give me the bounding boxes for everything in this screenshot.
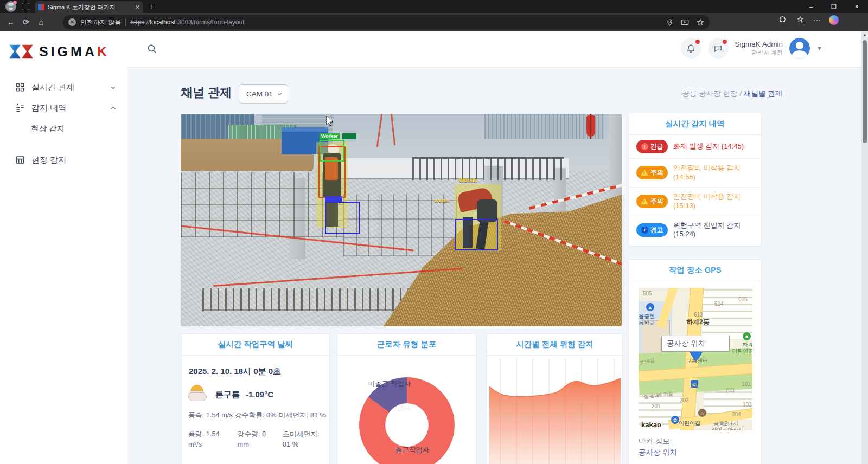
refresh-button[interactable]: ⟳ — [18, 17, 34, 27]
url-sep-text: :// — [144, 18, 150, 26]
map-label: 613 — [694, 312, 703, 318]
map-label-town: 하계2동 — [686, 318, 710, 327]
sidebar-item-site-detection[interactable]: 현장 감지 — [0, 150, 127, 170]
weather-card: 실시간 작업구역 날씨 2025. 2. 10. 18시 0분 0초 튼구름 -… — [181, 333, 330, 464]
camera-select[interactable]: CAM 01 — [239, 84, 288, 104]
page-scrollbar[interactable]: ▲ — [861, 31, 868, 464]
tab-actions-icon[interactable] — [22, 3, 29, 10]
building — [484, 114, 604, 139]
tab-close-icon[interactable]: ✕ — [135, 4, 140, 11]
browser-profile-avatar[interactable] — [5, 1, 16, 12]
alert-row[interactable]: 주의 안전장비 미착용 감지 (15:13) — [629, 188, 761, 216]
alert-badge-urgent: !긴급 — [636, 140, 668, 153]
tab-favicon-icon — [38, 4, 44, 10]
scrollbar-thumb[interactable] — [863, 40, 867, 143]
media-controls-icon[interactable] — [681, 19, 689, 26]
browser-toolbar: ← ⟳ ⌂ ✕ 안전하지 않음 https://localhost:3003/f… — [0, 13, 868, 31]
screen: Sigma K 초기창업 패키지 ✕ + – ❐ ✕ ← ⟳ ⌂ ✕ 안전하지 … — [0, 0, 868, 464]
alert-row[interactable]: !긴급 화재 발생 감지 (14:45) — [629, 135, 761, 159]
bell-icon — [686, 44, 695, 53]
warning-triangle-icon — [641, 170, 648, 176]
chevron-down-icon — [277, 91, 283, 97]
sidebar-item-detection-history[interactable]: 감지 내역 — [0, 98, 127, 118]
hourly-risk-card: 시간별 전체 위험 감지 — [487, 333, 623, 464]
chat-icon — [713, 44, 723, 53]
collections-icon[interactable] — [796, 16, 805, 24]
detection-box-blue — [325, 202, 360, 234]
chevron-down-icon — [110, 84, 117, 91]
map-marker-tooltip: 공사장 위치 — [661, 336, 730, 352]
tab-title: Sigma K 초기창업 패키지 — [48, 3, 132, 11]
sidebar-nav: 실시간 관제 감지 내역 현장 감지 현장 감지 — [0, 77, 127, 170]
donut-value-label: 15% — [397, 405, 410, 413]
map-label: 204 — [732, 411, 741, 417]
detection-label-secondary — [342, 133, 356, 139]
alert-badge-caution: 주의 — [636, 195, 668, 208]
browser-tab[interactable]: Sigma K 초기창업 패키지 ✕ — [35, 1, 143, 13]
favorite-star-icon[interactable] — [697, 18, 704, 26]
realtime-alerts-card: 실시간 감지 내역 !긴급 화재 발생 감지 (14:45) 주의 안전장비 미… — [628, 113, 762, 247]
window-minimize-button[interactable]: – — [800, 0, 822, 13]
detection-label-secondary — [325, 196, 342, 202]
kakao-logo[interactable]: kakao — [641, 421, 661, 429]
url-bar[interactable]: ✕ 안전하지 않음 https://localhost:3003/forms/f… — [63, 15, 710, 29]
alert-row[interactable]: i경고 위험구역 진입자 감지 (15:24) — [629, 216, 761, 245]
copilot-icon[interactable] — [829, 15, 839, 25]
message-badge-dot — [723, 40, 727, 44]
search-icon[interactable] — [147, 44, 157, 54]
marker-info-value[interactable]: 공사장 위치 — [639, 448, 677, 457]
user-menu-chevron-down-icon[interactable]: ▼ — [816, 45, 822, 51]
crane-hook — [586, 115, 595, 137]
map-label: 203 — [725, 388, 735, 394]
messages-button[interactable] — [708, 38, 729, 59]
home-button[interactable]: ⌂ — [34, 17, 49, 27]
window-close-button[interactable]: ✕ — [845, 0, 868, 13]
school-icon: ▲ — [646, 303, 654, 311]
table-icon — [15, 155, 25, 165]
sidebar-item-realtime-control[interactable]: 실시간 관제 — [0, 77, 127, 98]
weather-datetime: 2025. 2. 10. 18시 0분 0초 — [189, 366, 281, 377]
weather-temperature: -1.09°C — [246, 390, 273, 399]
notifications-button[interactable] — [681, 38, 701, 59]
alert-row[interactable]: 주의 안전장비 미착용 감지 (14:55) — [629, 159, 761, 188]
window-restore-button[interactable]: ❐ — [822, 0, 845, 13]
back-button[interactable]: ← — [3, 17, 18, 27]
weather-condition: 튼구름 — [215, 390, 240, 400]
bus-stop-icon: 🚌 — [691, 380, 698, 388]
sigmak-logo-icon — [9, 42, 34, 61]
detection-label: Worker — [435, 198, 449, 203]
map-label: 505 — [643, 291, 652, 297]
weather-metric: 미세먼지: 81 % — [279, 411, 326, 420]
dashboard-grid-icon — [15, 82, 25, 92]
info-circle-icon: i — [641, 227, 648, 234]
detection-label: Worker — [459, 177, 477, 183]
breadcrumb-current[interactable]: 채널별 관제 — [744, 89, 782, 98]
sidebar-item-label: 실시간 관제 — [31, 82, 103, 93]
breadcrumb-parent[interactable]: 공릉 공사장 현장 — [682, 89, 737, 98]
detection-label: Worker — [320, 133, 340, 139]
scrollbar-up-arrow[interactable]: ▲ — [863, 33, 867, 38]
donut-value-label: 85% — [405, 421, 419, 429]
weather-metric: 풍속: 1.54 m/s — [188, 411, 233, 420]
user-name: SigmaK Admin — [735, 40, 783, 49]
rebar-railing — [412, 157, 564, 180]
brand-name: SIGMAK — [39, 44, 110, 60]
weather-metric: 강수량: 0 mm — [238, 429, 273, 449]
user-avatar[interactable] — [789, 38, 810, 59]
brand-logo[interactable]: SIGMAK — [9, 42, 110, 61]
map-label: 라이프아파트 — [711, 426, 744, 430]
detection-box-green — [320, 140, 344, 162]
url-divider — [125, 18, 126, 26]
map-label: 615 — [738, 297, 748, 302]
worker-chart-title: 근로자 유형 분포 — [337, 334, 476, 356]
extensions-icon[interactable] — [778, 16, 787, 24]
url-host: localhost — [150, 18, 175, 26]
security-warning[interactable]: 안전하지 않음 — [80, 18, 121, 27]
new-tab-button[interactable]: + — [150, 2, 154, 11]
location-icon[interactable] — [666, 19, 673, 26]
sidebar-subitem-site-detection[interactable]: 현장 감지 — [0, 118, 127, 139]
donut-label: 미출근 작업자 — [368, 379, 411, 389]
worker-distribution-card: 근로자 유형 분포 미출근 작업자 15% 85% 출근작업자 — [337, 333, 476, 464]
browser-menu-icon[interactable]: ⋯ — [813, 16, 820, 24]
kakao-map[interactable]: ▲ ♣ ✿ ⌂ 🚌 🚌 505 614 615 613 하계2동 울중현 등학교… — [639, 288, 752, 430]
